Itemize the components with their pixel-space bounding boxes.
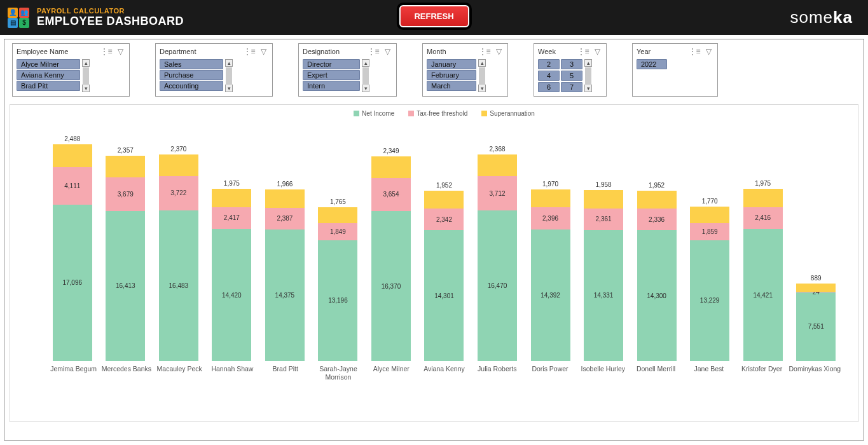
slicer-department[interactable]: Department ⋮≡▽ Sales Purchase Accounting… bbox=[155, 43, 273, 97]
x-axis-label: Alyce Milner bbox=[365, 361, 418, 381]
slicer-item[interactable]: Aviana Kenny bbox=[17, 70, 80, 80]
filter-icon[interactable]: ▽ bbox=[258, 46, 268, 57]
bar-segment-net: 13,229 bbox=[690, 240, 729, 361]
filter-icon[interactable]: ▽ bbox=[382, 46, 392, 57]
legend-item-net: Net Income bbox=[354, 110, 394, 117]
bar-segment-sup: 2,370 bbox=[159, 154, 198, 176]
slicer-item[interactable]: Expert bbox=[303, 70, 360, 80]
bar-segment-sup: 1,952 bbox=[637, 191, 677, 209]
bar-value-label: 3,679 bbox=[118, 191, 134, 198]
multiselect-icon[interactable]: ⋮≡ bbox=[101, 46, 111, 57]
page-subtitle: PAYROLL CALCULATOR bbox=[37, 7, 184, 15]
scroll-down-icon[interactable]: ▾ bbox=[478, 85, 486, 92]
multiselect-icon[interactable]: ⋮≡ bbox=[244, 46, 254, 57]
bar-segment-net: 16,413 bbox=[106, 211, 145, 361]
slicer-item[interactable]: 5 bbox=[561, 71, 582, 81]
slicer-item[interactable]: 3 bbox=[561, 59, 582, 69]
slicer-week[interactable]: Week ⋮≡▽ 2 3 4 5 6 7 ▴▾ bbox=[534, 43, 607, 97]
scroll-down-icon[interactable]: ▾ bbox=[584, 85, 592, 92]
legend-label: Net Income bbox=[362, 110, 394, 117]
bar-segment-sup: 1,952 bbox=[424, 191, 464, 209]
x-axis-label: Jemima Begum bbox=[47, 361, 100, 381]
scroll-up-icon[interactable]: ▴ bbox=[225, 59, 233, 67]
slicer-item[interactable]: 2022 bbox=[637, 59, 667, 69]
scroll-down-icon[interactable]: ▾ bbox=[82, 85, 90, 92]
bar-segment-sup: 1,970 bbox=[531, 189, 570, 207]
scrollbar[interactable]: ▴▾ bbox=[361, 59, 370, 92]
slicer-title: Month bbox=[427, 48, 476, 55]
bar-column: 14,3752,3871,966 bbox=[259, 120, 310, 361]
slicer-item[interactable]: March bbox=[427, 81, 476, 91]
multiselect-icon[interactable]: ⋮≡ bbox=[368, 46, 378, 57]
bar-segment-sup: 889 bbox=[796, 284, 836, 292]
scroll-up-icon[interactable]: ▴ bbox=[478, 59, 486, 67]
bar-segment-net: 14,300 bbox=[637, 230, 677, 361]
slicer-item[interactable]: 2 bbox=[538, 59, 560, 69]
slicer-item[interactable]: February bbox=[427, 70, 476, 80]
multiselect-icon[interactable]: ⋮≡ bbox=[578, 46, 588, 57]
bar-segment-net: 14,420 bbox=[212, 229, 251, 361]
scrollbar[interactable]: ▴▾ bbox=[224, 59, 233, 92]
bar-value-label: 4,111 bbox=[64, 182, 80, 189]
dashboard-frame: Employee Name ⋮≡ ▽ Alyce Milner Aviana K… bbox=[4, 39, 864, 441]
bar-value-label: 3,654 bbox=[383, 191, 399, 198]
scrollbar[interactable]: ▴▾ bbox=[584, 59, 593, 92]
slicer-month[interactable]: Month ⋮≡▽ January February March ▴▾ bbox=[422, 43, 508, 97]
bar-value-label: 2,370 bbox=[159, 146, 198, 153]
brand-text-bold: ka bbox=[833, 8, 853, 27]
calendar-icon: ▤ bbox=[8, 18, 18, 28]
bar-column: 13,2291,8591,770 bbox=[684, 120, 735, 361]
scrollbar[interactable]: ▴▾ bbox=[478, 59, 486, 92]
slicer-item[interactable]: Intern bbox=[303, 81, 360, 91]
bar-stack: 14,3922,3961,970 bbox=[531, 189, 570, 361]
slicer-item[interactable]: 4 bbox=[538, 71, 560, 81]
bar-segment-tax: 3,654 bbox=[371, 178, 411, 212]
slicer-item[interactable]: Brad Pitt bbox=[17, 81, 80, 91]
bar-value-label: 1,966 bbox=[265, 181, 305, 188]
bar-value-label: 1,958 bbox=[584, 181, 623, 188]
bar-value-label: 1,765 bbox=[318, 198, 357, 205]
scroll-up-icon[interactable]: ▴ bbox=[584, 59, 592, 67]
multiselect-icon[interactable]: ⋮≡ bbox=[479, 46, 490, 57]
x-axis-label: Macauley Peck bbox=[153, 361, 206, 381]
bar-value-label: 2,342 bbox=[436, 216, 452, 223]
slicer-employee[interactable]: Employee Name ⋮≡ ▽ Alyce Milner Aviana K… bbox=[12, 43, 130, 97]
filter-icon[interactable]: ▽ bbox=[703, 46, 713, 57]
bar-value-label: 16,413 bbox=[116, 282, 135, 289]
x-axis-label: Kristofer Dyer bbox=[735, 361, 788, 381]
bar-segment-sup: 1,966 bbox=[265, 189, 305, 207]
slicer-item[interactable]: 6 bbox=[538, 82, 560, 92]
slicer-item[interactable]: Purchase bbox=[160, 70, 223, 80]
slicer-item[interactable]: Director bbox=[303, 59, 360, 69]
scroll-down-icon[interactable]: ▾ bbox=[362, 85, 369, 92]
bar-value-label: 17,096 bbox=[62, 279, 82, 286]
bar-value-label: 1,859 bbox=[702, 228, 718, 235]
slicer-item[interactable]: 7 bbox=[561, 82, 582, 92]
bar-segment-sup: 1,765 bbox=[318, 207, 357, 223]
multiselect-icon[interactable]: ⋮≡ bbox=[689, 46, 699, 57]
scroll-down-icon[interactable]: ▾ bbox=[225, 85, 233, 92]
slicer-item[interactable]: January bbox=[427, 59, 476, 69]
slicer-item[interactable]: Sales bbox=[160, 59, 223, 69]
bar-stack: 14,3312,3611,958 bbox=[584, 190, 623, 361]
bar-stack: 16,4133,6792,357 bbox=[106, 156, 145, 361]
bar-segment-tax: 2,361 bbox=[584, 209, 623, 230]
refresh-button[interactable]: REFRESH bbox=[399, 5, 469, 27]
filter-icon[interactable]: ▽ bbox=[493, 46, 504, 57]
filter-icon[interactable]: ▽ bbox=[115, 46, 125, 57]
bar-value-label: 14,301 bbox=[434, 292, 454, 299]
slicer-year[interactable]: Year ⋮≡▽ 2022 bbox=[632, 43, 718, 97]
scroll-up-icon[interactable]: ▴ bbox=[362, 59, 369, 67]
bar-segment-tax: 2,416 bbox=[743, 207, 783, 229]
bar-segment-tax: 2,396 bbox=[531, 207, 570, 229]
slicer-designation[interactable]: Designation ⋮≡▽ Director Expert Intern ▴… bbox=[298, 43, 397, 97]
slicer-item[interactable]: Accounting bbox=[160, 81, 223, 91]
slicer-item[interactable]: Alyce Milner bbox=[17, 59, 80, 69]
bar-value-label: 2,368 bbox=[478, 146, 517, 153]
bar-value-label: 1,970 bbox=[531, 181, 570, 188]
scroll-up-icon[interactable]: ▴ bbox=[82, 59, 90, 67]
bar-segment-tax: 2,387 bbox=[265, 208, 305, 229]
scrollbar[interactable]: ▴▾ bbox=[81, 59, 90, 92]
bar-column: 14,4202,4171,975 bbox=[207, 120, 258, 361]
filter-icon[interactable]: ▽ bbox=[592, 46, 602, 57]
